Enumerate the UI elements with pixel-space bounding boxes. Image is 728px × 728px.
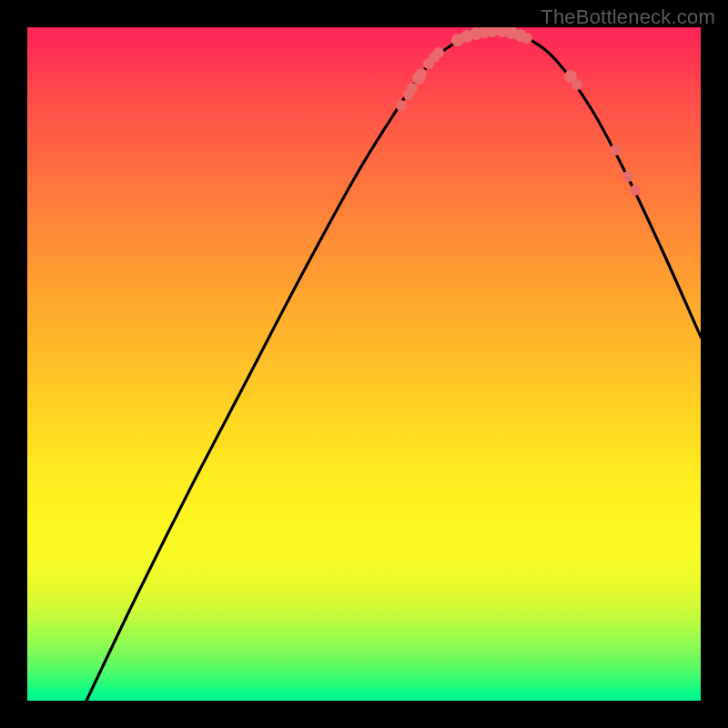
data-marker <box>571 79 582 90</box>
data-marker <box>416 68 427 79</box>
data-marker <box>622 171 633 182</box>
data-marker <box>630 185 641 196</box>
curve-layer <box>86 31 701 701</box>
data-marker <box>407 83 418 94</box>
marker-layer <box>396 27 641 196</box>
data-marker <box>433 47 444 58</box>
chart-svg <box>27 27 701 701</box>
watermark-text: TheBottleneck.com <box>541 5 715 29</box>
bottleneck-curve <box>86 31 701 701</box>
data-marker <box>521 33 532 44</box>
plot-area <box>27 27 701 701</box>
data-marker <box>396 100 407 111</box>
data-marker <box>610 145 621 156</box>
